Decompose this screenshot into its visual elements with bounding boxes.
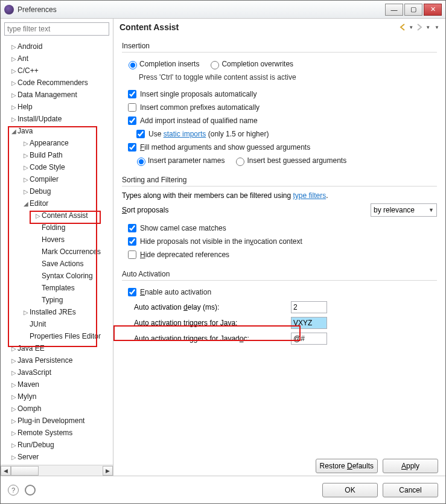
expand-arrow-icon[interactable]: ▷ [10, 104, 18, 110]
tree-item[interactable]: ▷Run/Debug [3, 439, 113, 451]
tree-item[interactable]: Hovers [3, 234, 113, 246]
tree-item[interactable]: ▷Server [3, 451, 113, 463]
cancel-button[interactable]: Cancel [383, 483, 438, 497]
expand-arrow-icon[interactable]: ▷ [22, 152, 30, 159]
tree-item[interactable]: ▷Debug [3, 185, 113, 197]
minimize-button[interactable]: — [385, 4, 403, 16]
expand-arrow-icon[interactable]: ▷ [10, 68, 18, 74]
sort-proposals-select[interactable]: by relevance ▼ [371, 203, 437, 217]
expand-arrow-icon[interactable]: ▷ [10, 116, 18, 123]
use-static-imports-checkbox[interactable] [136, 130, 145, 138]
tree-item[interactable]: ▷Code Recommenders [3, 77, 113, 89]
tree-item[interactable]: Templates [3, 282, 113, 294]
expand-arrow-icon[interactable]: ▷ [10, 418, 18, 424]
tree-item[interactable]: ▷Java EE [3, 342, 113, 354]
forward-menu-icon[interactable]: ▼ [425, 25, 430, 30]
expand-arrow-icon[interactable]: ▷ [10, 454, 18, 461]
expand-arrow-icon[interactable]: ▷ [10, 357, 18, 364]
tree-horizontal-scrollbar[interactable]: ◀ ▶ [1, 465, 113, 476]
completion-overwrites-radio[interactable] [211, 61, 219, 69]
hide-deprecated-checkbox[interactable] [128, 250, 136, 259]
javadoc-triggers-input[interactable] [291, 333, 327, 345]
expand-arrow-icon[interactable]: ◢ [22, 200, 30, 207]
restore-defaults-button[interactable]: Restore Defaults [316, 459, 378, 473]
tree-item[interactable]: ▷Installed JREs [3, 306, 113, 318]
expand-arrow-icon[interactable]: ▷ [22, 188, 30, 195]
insert-param-names-radio[interactable] [137, 158, 145, 166]
completion-inserts-radio[interactable] [129, 61, 137, 69]
expand-arrow-icon[interactable]: ▷ [10, 394, 18, 400]
progress-icon[interactable] [25, 485, 36, 496]
static-imports-link[interactable]: static imports [164, 130, 206, 138]
tree-item[interactable]: ▷Remote Systems [3, 427, 113, 439]
filter-input[interactable] [4, 22, 109, 36]
expand-arrow-icon[interactable]: ▷ [10, 56, 18, 62]
tree-item[interactable]: Mark Occurrences [3, 246, 113, 258]
scroll-right-icon[interactable]: ▶ [103, 466, 113, 476]
add-import-checkbox[interactable] [128, 116, 136, 125]
expand-arrow-icon[interactable]: ▷ [22, 176, 30, 183]
enable-auto-activation-checkbox[interactable] [128, 288, 136, 296]
expand-arrow-icon[interactable]: ▷ [10, 345, 18, 352]
tree-item[interactable]: ▷Code Style [3, 161, 113, 173]
expand-arrow-icon[interactable]: ▷ [10, 406, 18, 412]
back-icon[interactable] [398, 23, 407, 31]
expand-arrow-icon[interactable]: ▷ [10, 430, 18, 436]
java-triggers-input[interactable] [291, 317, 327, 329]
close-button[interactable]: ✕ [424, 4, 442, 16]
tree-item[interactable]: ▷Plug-in Development [3, 415, 113, 427]
scroll-left-icon[interactable]: ◀ [1, 466, 11, 476]
expand-arrow-icon[interactable]: ▷ [22, 309, 30, 316]
apply-button[interactable]: Apply [383, 459, 438, 473]
hide-not-visible-checkbox[interactable] [128, 237, 136, 246]
tree-item[interactable]: ▷C/C++ [3, 65, 113, 77]
delay-input[interactable] [291, 301, 327, 313]
tree-item[interactable]: ◢Editor [3, 197, 113, 209]
tree-item[interactable]: ▷Ant [3, 53, 113, 65]
tree-item[interactable]: ▷Oomph [3, 403, 113, 415]
tree-item[interactable]: ▷Install/Update [3, 113, 113, 125]
view-menu-icon[interactable]: ▼ [435, 25, 439, 30]
expand-arrow-icon[interactable]: ▷ [10, 43, 18, 50]
expand-arrow-icon[interactable]: ▷ [34, 212, 42, 219]
tree-item[interactable]: ◢Java [3, 125, 113, 137]
tree-item[interactable]: Properties Files Editor [3, 330, 113, 342]
tree-item[interactable]: ▷Android [3, 40, 113, 53]
titlebar[interactable]: Preferences — ▢ ✕ [1, 1, 445, 19]
expand-arrow-icon[interactable]: ▷ [10, 80, 18, 86]
tree-item[interactable]: Save Actions [3, 258, 113, 270]
tree-item[interactable]: Typing [3, 294, 113, 306]
tree-item[interactable]: ▷Java Persistence [3, 354, 113, 366]
tree-item[interactable]: Syntax Coloring [3, 270, 113, 282]
tree-item[interactable]: JUnit [3, 318, 113, 330]
category-tree[interactable]: ▷Android▷Ant▷C/C++▷Code Recommenders▷Dat… [1, 39, 113, 465]
expand-arrow-icon[interactable]: ▷ [10, 381, 18, 388]
insert-best-guessed-radio[interactable] [236, 158, 244, 166]
ok-button[interactable]: OK [322, 483, 378, 497]
scroll-thumb[interactable] [11, 466, 39, 476]
type-filters-link[interactable]: type filters [293, 191, 326, 200]
tree-item[interactable]: ▷Help [3, 101, 113, 113]
tree-item[interactable]: ▷Compiler [3, 173, 113, 185]
tree-item[interactable]: ▷Appearance [3, 137, 113, 149]
tree-item[interactable]: ▷Team [3, 463, 113, 465]
insert-prefixes-checkbox[interactable] [128, 103, 136, 112]
expand-arrow-icon[interactable]: ▷ [10, 369, 18, 376]
expand-arrow-icon[interactable]: ◢ [10, 128, 18, 135]
tree-item[interactable]: ▷Build Path [3, 149, 113, 161]
expand-arrow-icon[interactable]: ▷ [22, 164, 30, 171]
expand-arrow-icon[interactable]: ▷ [22, 140, 30, 147]
insert-single-checkbox[interactable] [128, 90, 136, 98]
expand-arrow-icon[interactable]: ▷ [10, 442, 18, 448]
tree-item[interactable]: Folding [3, 222, 113, 234]
forward-icon[interactable] [415, 23, 424, 31]
show-camel-checkbox[interactable] [128, 224, 136, 232]
tree-item[interactable]: ▷Content Assist [3, 209, 113, 222]
tree-item[interactable]: ▷JavaScript [3, 366, 113, 378]
fill-method-checkbox[interactable] [128, 143, 136, 152]
back-menu-icon[interactable]: ▼ [409, 25, 413, 30]
tree-item[interactable]: ▷Mylyn [3, 391, 113, 403]
tree-item[interactable]: ▷Data Management [3, 89, 113, 101]
tree-item[interactable]: ▷Maven [3, 378, 113, 391]
expand-arrow-icon[interactable]: ▷ [10, 92, 18, 98]
